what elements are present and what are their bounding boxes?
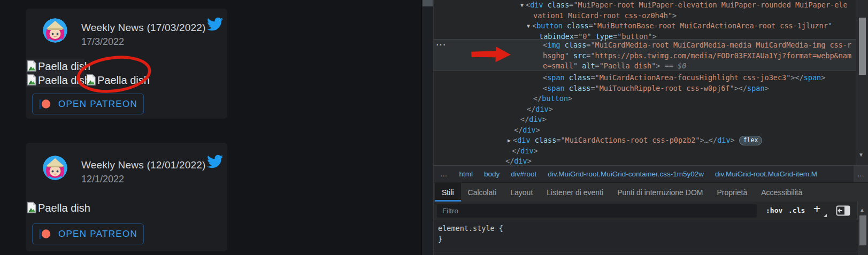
broken-image-icon xyxy=(26,74,37,86)
open-patreon-label: OPEN PATREON xyxy=(58,229,137,239)
code-line-9[interactable]: <span class="MuiTouchRipple-root css-w0p… xyxy=(543,83,769,94)
code-line-16[interactable]: </div> xyxy=(505,156,532,165)
page-scrollbar[interactable] xyxy=(421,0,433,255)
card-title: Weekly News (17/03/2022) xyxy=(81,22,206,34)
code-line-6[interactable]: hsghg" src="https://pbs.twimg.com/media/… xyxy=(543,51,851,61)
code-line-15[interactable]: </div> xyxy=(512,146,538,157)
tab-stili[interactable]: Stili xyxy=(435,183,461,202)
code-line-3[interactable]: ▼<button class="MuiButtonBase-root MuiCa… xyxy=(527,21,832,32)
code-line-12[interactable]: </div> xyxy=(520,114,547,125)
broken-image-icon xyxy=(86,74,96,86)
breadcrumb-item-3[interactable]: div#root xyxy=(511,170,536,178)
broken-image-1: Paella dish xyxy=(26,60,90,73)
elements-scrollbar-thumb[interactable] xyxy=(859,18,866,75)
devtools-panel: ··· ▼<div class="MuiPaper-root MuiPaper-… xyxy=(433,0,868,255)
flex-badge[interactable]: flex xyxy=(739,136,763,145)
breadcrumb-item-2[interactable]: body xyxy=(484,170,500,178)
broken-image-icon xyxy=(26,202,37,213)
breadcrumb-item-1[interactable]: html xyxy=(459,170,473,178)
styles-filter-input[interactable] xyxy=(437,204,757,218)
page-scrollbar-thumb[interactable] xyxy=(423,0,433,6)
tab-propriet-[interactable]: Proprietà xyxy=(710,183,754,202)
breadcrumb-overflow-button[interactable]: … xyxy=(854,165,868,182)
node-menu-dots[interactable]: ··· xyxy=(436,41,447,49)
elements-tree: ··· ▼<div class="MuiPaper-root MuiPaper-… xyxy=(434,0,856,165)
code-line-11[interactable]: </div> xyxy=(527,104,553,115)
screenshot-root: Weekly News (17/03/2022) 17/3/2022 Paell… xyxy=(0,0,868,255)
card-title: Weekly News (12/01/2022) xyxy=(81,159,206,171)
styles-scrollbar[interactable]: ▲ xyxy=(857,202,868,255)
toggle-sidebar-icon[interactable] xyxy=(836,205,850,216)
patreon-icon xyxy=(39,98,51,110)
code-line-14[interactable]: ▶<div class="MuiCardActions-root css-p0p… xyxy=(508,135,762,146)
broken-image-3: Paella dish xyxy=(86,74,150,87)
element-style-close: } xyxy=(438,234,858,244)
expand-arrow-icon[interactable]: ▶ xyxy=(508,135,511,146)
breadcrumb-item-5[interactable]: div.MuiGrid-root.MuiGrid-item.M xyxy=(715,170,817,178)
news-card-1[interactable]: Weekly News (17/03/2022) 17/3/2022 Paell… xyxy=(26,9,227,119)
card-header: Weekly News (17/03/2022) 17/3/2022 xyxy=(26,9,227,57)
code-line-10[interactable]: </button> xyxy=(533,94,572,104)
new-style-rule-button[interactable]: + xyxy=(813,202,820,215)
expand-arrow-icon[interactable]: ▼ xyxy=(520,0,524,11)
patreon-icon xyxy=(39,228,51,240)
card-header: Weekly News (12/01/2022) 12/1/2022 xyxy=(26,143,227,191)
image-alt-text: Paella dish xyxy=(97,74,150,87)
browser-page: Weekly News (17/03/2022) 17/3/2022 Paell… xyxy=(0,0,421,255)
code-line-2[interactable]: vation1 MuiCard-root css-oz0h4h"> xyxy=(533,11,677,21)
rule-divider xyxy=(434,252,858,252)
tab-accessibilit-[interactable]: Accessibilità xyxy=(754,183,809,202)
breadcrumb-item-4[interactable]: div.MuiGrid-root.MuiGrid-container.css-1… xyxy=(548,170,704,178)
code-line-8[interactable]: <span class="MuiCardActionArea-focusHigh… xyxy=(543,73,825,83)
tab-punti-di-interruzione-dom[interactable]: Punti di interruzione DOM xyxy=(610,183,710,202)
element-style-open[interactable]: element.style { xyxy=(438,223,858,234)
image-alt-text: Paella dish xyxy=(38,60,90,73)
card-date: 12/1/2022 xyxy=(81,174,124,185)
code-line-1[interactable]: ▼<div class="MuiPaper-root MuiPaper-elev… xyxy=(520,0,848,11)
card-date: 17/3/2022 xyxy=(81,36,124,48)
twitter-icon[interactable] xyxy=(205,153,225,169)
tab-layout[interactable]: Layout xyxy=(503,183,540,202)
expand-arrow-icon[interactable]: ▼ xyxy=(527,21,530,32)
scroll-down-icon[interactable]: ▼ xyxy=(858,152,864,158)
twitter-icon[interactable] xyxy=(205,16,225,32)
avatar xyxy=(43,18,67,43)
news-card-2[interactable]: Weekly News (12/01/2022) 12/1/2022 Paell… xyxy=(26,143,227,251)
element-style-rule[interactable]: element.style { } xyxy=(434,220,858,255)
breadcrumb-overflow-left[interactable]: … xyxy=(440,170,448,178)
hov-toggle-button[interactable]: :hov xyxy=(766,206,782,214)
styles-scrollbar-thumb[interactable] xyxy=(859,215,866,245)
scroll-up-icon[interactable]: ▲ xyxy=(859,207,865,213)
code-line-13[interactable]: </div> xyxy=(514,125,540,136)
broken-image-icon xyxy=(26,60,37,72)
code-line-7[interactable]: e=small" alt="Paella dish"> == $0 xyxy=(543,61,686,72)
open-patreon-button[interactable]: OPEN PATREON xyxy=(32,223,144,244)
broken-image-2: Paella dish xyxy=(26,74,90,87)
open-patreon-button[interactable]: OPEN PATREON xyxy=(32,94,144,114)
code-line-5[interactable]: <img class="MuiCardMedia-root MuiCardMed… xyxy=(543,40,851,51)
image-alt-text: Paella dish xyxy=(38,74,90,87)
cls-toggle-button[interactable]: .cls xyxy=(788,206,805,214)
tab-calcolati[interactable]: Calcolati xyxy=(461,183,504,202)
broken-image-1: Paella dish xyxy=(26,202,90,214)
open-patreon-label: OPEN PATREON xyxy=(58,99,137,110)
new-style-rule-dropdown-corner xyxy=(824,214,827,217)
styles-filterbar: :hov .cls + xyxy=(434,202,858,220)
elements-scrollbar[interactable]: ▼ xyxy=(856,0,868,165)
image-alt-text: Paella dish xyxy=(38,202,90,214)
tab-listener-di-eventi[interactable]: Listener di eventi xyxy=(540,183,610,202)
styles-tabbar: StiliCalcolatiLayoutListener di eventiPu… xyxy=(434,182,868,202)
dom-breadcrumb: …htmlbodydiv#rootdiv.MuiGrid-root.MuiGri… xyxy=(434,165,868,182)
avatar xyxy=(43,156,67,180)
